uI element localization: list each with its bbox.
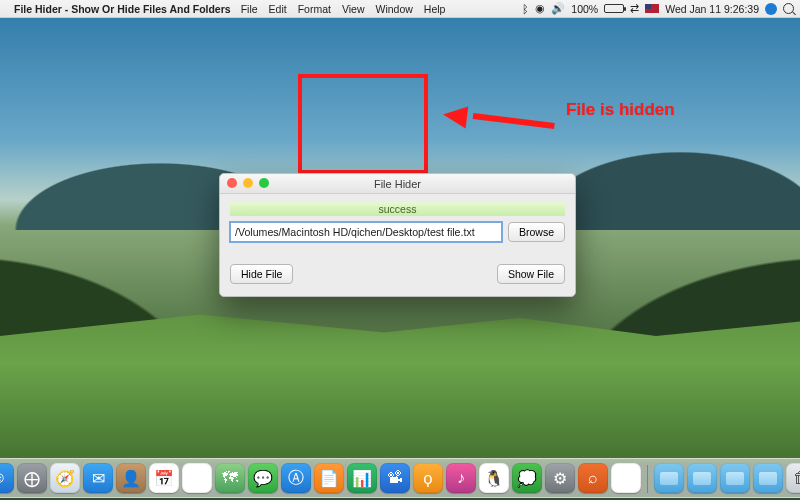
dock-preferences-icon[interactable]: ⚙ (545, 463, 575, 493)
status-app-icon[interactable] (765, 3, 777, 15)
menu-view[interactable]: View (342, 3, 365, 15)
input-flag-us-icon[interactable] (645, 4, 659, 13)
volume-icon[interactable]: 🔊 (551, 2, 565, 15)
dock-keynote-icon[interactable]: 📽 (380, 463, 410, 493)
dock-contacts-icon[interactable]: 👤 (116, 463, 146, 493)
menubar-clock[interactable]: Wed Jan 11 9:26:39 (665, 3, 759, 15)
close-icon[interactable] (227, 178, 237, 188)
dock-calendar-icon[interactable]: 📅 (149, 463, 179, 493)
spotlight-search-icon[interactable] (783, 3, 794, 14)
browse-button[interactable]: Browse (508, 222, 565, 242)
window-titlebar[interactable]: File Hider (220, 174, 575, 194)
battery-percent: 100% (571, 3, 598, 15)
minimize-icon[interactable] (243, 178, 253, 188)
dock-wechat-icon[interactable]: 💭 (512, 463, 542, 493)
menubar-status-area: ᛒ ◉ 🔊 100% ⇄ Wed Jan 11 9:26:39 (522, 2, 794, 15)
menu-format[interactable]: Format (298, 3, 331, 15)
dock-safari-icon[interactable]: 🧭 (50, 463, 80, 493)
dock-numbers-icon[interactable]: 📊 (347, 463, 377, 493)
annotation-highlight-box (298, 74, 428, 174)
dock-launchpad-icon[interactable]: ⨁ (17, 463, 47, 493)
dock-itunes-icon[interactable]: ♪ (446, 463, 476, 493)
dock-qq-icon[interactable]: 🐧 (479, 463, 509, 493)
status-message: success (230, 202, 565, 216)
zoom-icon[interactable] (259, 178, 269, 188)
dock-reminders-icon[interactable]: ☑ (182, 463, 212, 493)
dock-separator (647, 465, 648, 493)
input-switch-icon[interactable]: ⇄ (630, 2, 639, 15)
file-hider-window: File Hider success Browse Hide File Show… (219, 173, 576, 297)
dock-mail-icon[interactable]: ✉ (83, 463, 113, 493)
wifi-icon[interactable]: ◉ (535, 2, 545, 15)
menu-window[interactable]: Window (376, 3, 413, 15)
desktop: File Hider - Show Or Hide Files And Fold… (0, 0, 800, 500)
window-title: File Hider (374, 178, 421, 190)
dock-folder-blue-3-icon[interactable] (720, 463, 750, 493)
dock: ☺⨁🧭✉👤📅☑🗺💬Ⓐ📄📊📽ϙ♪🐧💭⚙⌕☁🗑 (0, 458, 800, 498)
dock-movavi-icon[interactable]: ϙ (413, 463, 443, 493)
dock-folder-blue-1-icon[interactable] (654, 463, 684, 493)
menu-help[interactable]: Help (424, 3, 446, 15)
file-path-input[interactable] (230, 222, 502, 242)
dock-trash-icon[interactable]: 🗑 (786, 463, 800, 493)
show-file-button[interactable]: Show File (497, 264, 565, 284)
dock-cloud-app-icon[interactable]: ☁ (611, 463, 641, 493)
menu-file[interactable]: File (241, 3, 258, 15)
menubar-app-title[interactable]: File Hider - Show Or Hide Files And Fold… (14, 3, 231, 15)
dock-maps-icon[interactable]: 🗺 (215, 463, 245, 493)
dock-appstore-icon[interactable]: Ⓐ (281, 463, 311, 493)
menu-bar: File Hider - Show Or Hide Files And Fold… (0, 0, 800, 18)
dock-folder-blue-4-icon[interactable] (753, 463, 783, 493)
dock-finder-icon[interactable]: ☺ (0, 463, 14, 493)
annotation-arrow-icon (445, 105, 555, 125)
annotation-label: File is hidden (566, 100, 675, 120)
dock-pages-icon[interactable]: 📄 (314, 463, 344, 493)
dock-folder-blue-2-icon[interactable] (687, 463, 717, 493)
hide-file-button[interactable]: Hide File (230, 264, 293, 284)
menu-edit[interactable]: Edit (269, 3, 287, 15)
dock-messages-icon[interactable]: 💬 (248, 463, 278, 493)
bluetooth-icon[interactable]: ᛒ (522, 3, 529, 15)
battery-icon[interactable] (604, 4, 624, 13)
dock-duplicate-finder-icon[interactable]: ⌕ (578, 463, 608, 493)
